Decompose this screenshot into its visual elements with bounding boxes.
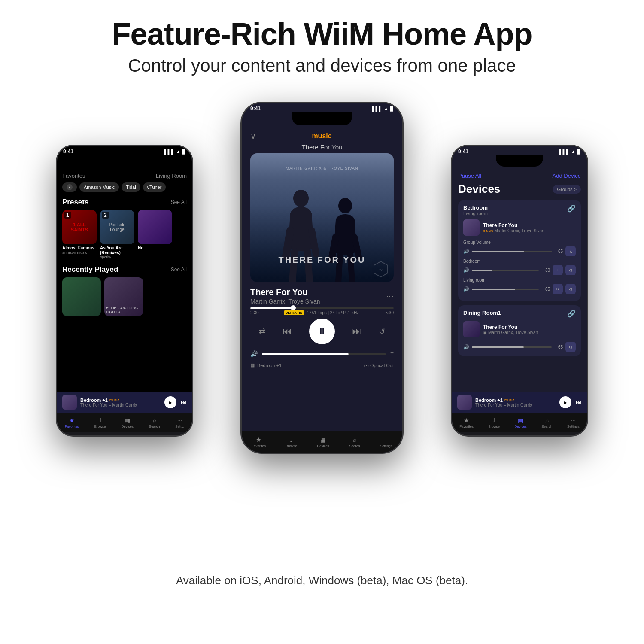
center-search-icon: ⌕ bbox=[353, 436, 356, 443]
vol-bar[interactable] bbox=[262, 353, 386, 355]
chip-clear[interactable]: × bbox=[62, 182, 77, 192]
recent-1[interactable] bbox=[62, 277, 101, 316]
preset-3[interactable]: Ne... bbox=[138, 210, 172, 259]
dev-top-actions: Pause All Add Device bbox=[458, 173, 581, 179]
right-nav-favorites[interactable]: ★ Favorites bbox=[459, 417, 474, 428]
preset-1-label: Almost Famous bbox=[62, 246, 97, 250]
right-mini-thumb bbox=[457, 395, 472, 410]
mini-info: Bedroom +1 music There For You – Martin … bbox=[80, 398, 161, 407]
art-song-big: THERE FOR YOU bbox=[278, 255, 365, 265]
living-gear-btn[interactable]: ⚙ bbox=[565, 284, 576, 294]
presets-see-all[interactable]: See All bbox=[171, 199, 187, 205]
nav-browse[interactable]: ♩ Browse bbox=[94, 417, 106, 428]
np-device-label: ▦ Bedroom+1 bbox=[250, 362, 282, 368]
device-1-music-logo: music bbox=[483, 228, 493, 233]
bedroom-vol-row: 🔊 30 L ⚙ bbox=[463, 265, 576, 275]
bedroom-gear-btn[interactable]: ⚙ bbox=[565, 265, 576, 275]
right-mini-player[interactable]: Bedroom +1 music There For You – Martin … bbox=[452, 392, 587, 413]
add-device-btn[interactable]: Add Device bbox=[553, 173, 581, 179]
group-vol-slider[interactable] bbox=[472, 251, 552, 252]
progress-times: 2:30 ULTRA HD 1751 kbps | 24-bit/44.1 kH… bbox=[250, 310, 394, 315]
recent-2[interactable]: ELLIE GOULDINGLIGHTS bbox=[104, 277, 143, 316]
group-vol-label: Group Volume bbox=[463, 240, 576, 245]
chip-tidal[interactable]: Tidal bbox=[122, 182, 140, 192]
phones-showcase: 9:41 ▌▌▌ ▲ ▊ Favorites Living Room × bbox=[21, 93, 623, 565]
mini-title: Bedroom +1 bbox=[80, 398, 108, 403]
preset-1-sub: amazon music bbox=[62, 250, 97, 255]
living-vol-slider[interactable] bbox=[472, 289, 539, 290]
device-2-link-icon[interactable]: 🔗 bbox=[567, 310, 576, 318]
nav-favorites[interactable]: ★ Favorites bbox=[65, 417, 79, 428]
living-r-btn[interactable]: R bbox=[553, 284, 563, 294]
device-card-2-header: Dining Room1 🔗 bbox=[463, 310, 576, 318]
right-mini-controls: ▶ ⏭ bbox=[559, 396, 582, 408]
np-progress: 2:30 ULTRA HD 1751 kbps | 24-bit/44.1 kH… bbox=[242, 307, 402, 315]
living-vol-icon: 🔊 bbox=[463, 286, 469, 292]
right-favorites-label: Favorites bbox=[459, 425, 474, 428]
search-nav-icon: ⌕ bbox=[153, 417, 156, 424]
center-nav-favorites[interactable]: ★ Favorites bbox=[252, 436, 266, 448]
play-pause-btn[interactable]: ⏸ bbox=[309, 319, 335, 344]
device-1-name-block: Bedroom Living room bbox=[463, 204, 488, 216]
bedroom-vol-slider[interactable] bbox=[472, 270, 539, 271]
recent-1-art bbox=[62, 277, 101, 316]
footer-text: Available on iOS, Android, Windows (beta… bbox=[176, 574, 468, 587]
recently-see-all[interactable]: See All bbox=[171, 267, 187, 273]
device-1-link-icon[interactable]: 🔗 bbox=[567, 204, 576, 213]
device-name: Bedroom+1 bbox=[257, 363, 282, 368]
bedroom-l-btn[interactable]: L bbox=[553, 265, 563, 275]
right-devices-icon: ▦ bbox=[518, 417, 523, 424]
np-device-row: ▦ Bedroom+1 (•) Optical Out bbox=[242, 360, 402, 371]
right-nav-search[interactable]: ⌕ Search bbox=[541, 417, 552, 428]
chip-vtuner[interactable]: vTuner bbox=[143, 182, 166, 192]
group-vol-icon: 🔊 bbox=[463, 249, 469, 254]
repeat-btn[interactable]: ↺ bbox=[379, 327, 385, 336]
device-2-music-icon: ◉ bbox=[483, 330, 487, 335]
preset-1[interactable]: 1 ALLSAINTS 1 Almost Famous amazon music bbox=[62, 210, 97, 259]
right-status-icons: ▌▌▌ ▲ ▊ bbox=[559, 149, 581, 155]
center-status-time: 9:41 bbox=[250, 106, 261, 112]
nav-devices[interactable]: ▦ Devices bbox=[121, 417, 133, 428]
prev-btn[interactable]: ⏮ bbox=[283, 326, 292, 337]
center-nav-devices[interactable]: ▦ Devices bbox=[317, 436, 329, 448]
device-2-gear-btn[interactable]: ⚙ bbox=[565, 342, 576, 352]
np-back-btn[interactable]: ∨ bbox=[250, 131, 256, 141]
device-2-vol-row: 🔊 65 ⚙ bbox=[463, 342, 576, 352]
center-browse-label: Browse bbox=[286, 444, 297, 448]
progress-bar[interactable] bbox=[250, 307, 394, 309]
right-nav-devices[interactable]: ▦ Devices bbox=[514, 417, 526, 428]
right-nav-settings[interactable]: ··· Settings bbox=[567, 417, 580, 428]
left-mini-player[interactable]: Bedroom +1 music There For You – Martin … bbox=[57, 392, 192, 413]
preset-1-num: 1 bbox=[64, 212, 71, 219]
center-nav-search[interactable]: ⌕ Search bbox=[349, 436, 360, 448]
right-mini-play-btn[interactable]: ▶ bbox=[559, 396, 571, 408]
favorites-nav-label: Favorites bbox=[65, 425, 79, 428]
favorites-header: Favorites Living Room bbox=[62, 173, 187, 179]
pause-all-btn[interactable]: Pause All bbox=[458, 173, 481, 179]
preset-2[interactable]: PoolsideLounge 2 As You Are (Remixes) sp… bbox=[100, 210, 134, 259]
right-nav-browse[interactable]: ♩ Browse bbox=[488, 417, 500, 428]
group-vol-expand[interactable]: ∧ bbox=[565, 246, 576, 256]
center-nav-settings[interactable]: ··· Settings bbox=[380, 436, 392, 448]
np-more-btn[interactable]: ⋯ bbox=[386, 292, 394, 301]
vol-menu-btn[interactable]: ≡ bbox=[390, 350, 394, 357]
nav-settings-left[interactable]: ··· Sett... bbox=[175, 417, 184, 428]
chip-amazon[interactable]: Amazon Music bbox=[79, 182, 119, 192]
mini-play-btn[interactable]: ▶ bbox=[164, 396, 176, 408]
mini-next-btn[interactable]: ⏭ bbox=[181, 399, 187, 406]
next-btn[interactable]: ⏭ bbox=[352, 326, 361, 337]
groups-btn[interactable]: Groups > bbox=[553, 185, 581, 194]
center-settings-label: Settings bbox=[380, 444, 392, 448]
shuffle-btn[interactable]: ⇄ bbox=[259, 327, 265, 336]
right-mini-next-btn[interactable]: ⏭ bbox=[576, 399, 582, 406]
device-2-track-title: There For You bbox=[483, 324, 538, 330]
search-nav-label: Search bbox=[149, 425, 160, 428]
device-2-vol-slider[interactable] bbox=[472, 346, 552, 348]
device-1-group-vol: Group Volume 🔊 65 ∧ bbox=[463, 240, 576, 256]
right-mini-logo: music bbox=[504, 398, 514, 402]
bedroom-vol-num: 30 bbox=[541, 268, 550, 273]
center-nav-browse[interactable]: ♩ Browse bbox=[286, 436, 297, 448]
left-bottom-nav: ★ Favorites ♩ Browse ▦ Devices ⌕ Search … bbox=[57, 413, 192, 432]
nav-search[interactable]: ⌕ Search bbox=[149, 417, 160, 428]
bitrate-info: 1751 kbps | 24-bit/44.1 kHz bbox=[307, 310, 359, 315]
